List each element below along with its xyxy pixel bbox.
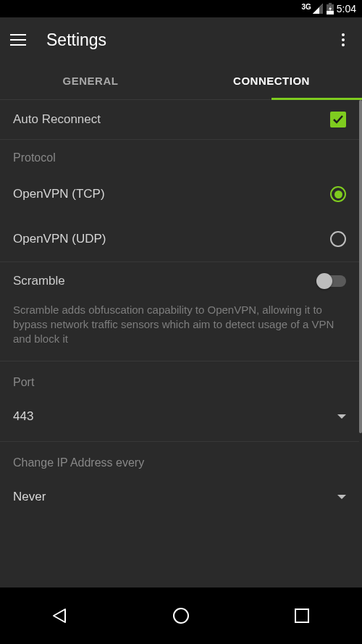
scrollbar[interactable] — [359, 100, 362, 433]
port-section: Port 443 — [0, 361, 359, 442]
battery-icon — [327, 3, 334, 14]
tab-connection-label: CONNECTION — [233, 75, 310, 87]
svg-point-3 — [174, 609, 188, 623]
tab-bar: GENERAL CONNECTION — [0, 62, 362, 100]
protocol-section-header: Protocol — [0, 140, 359, 172]
dropdown-caret-icon — [337, 495, 346, 499]
network-type-label: 3G — [301, 3, 311, 11]
port-dropdown[interactable]: 443 — [0, 396, 359, 438]
status-bar: 3G 5:04 — [0, 0, 362, 17]
signal-icon — [312, 3, 324, 14]
protocol-udp-label: OpenVPN (UDP) — [13, 232, 330, 246]
home-button[interactable] — [170, 605, 192, 627]
settings-content: Auto Reconnect Protocol OpenVPN (TCP) Op… — [0, 100, 359, 587]
ip-change-section: Change IP Address every Never — [0, 442, 359, 511]
tab-connection[interactable]: CONNECTION — [181, 62, 362, 99]
scramble-description: Scramble adds obfuscation capability to … — [0, 300, 359, 361]
port-section-header: Port — [0, 361, 359, 396]
dropdown-caret-icon — [337, 414, 346, 419]
svg-rect-4 — [295, 609, 308, 622]
switch-knob — [316, 273, 332, 289]
auto-reconnect-checkbox[interactable] — [330, 112, 346, 127]
auto-reconnect-label: Auto Reconnect — [13, 112, 330, 127]
protocol-option-tcp[interactable]: OpenVPN (TCP) — [0, 172, 359, 217]
navigation-bar — [0, 587, 362, 644]
protocol-udp-radio[interactable] — [330, 231, 346, 247]
home-icon — [172, 606, 190, 625]
tab-general-label: GENERAL — [63, 75, 119, 87]
hamburger-menu-button[interactable] — [10, 31, 28, 49]
protocol-tcp-label: OpenVPN (TCP) — [13, 187, 330, 201]
protocol-option-udp[interactable]: OpenVPN (UDP) — [0, 217, 359, 262]
scramble-switch[interactable] — [317, 275, 346, 287]
clock-label: 5:04 — [337, 3, 356, 14]
overflow-menu-button[interactable] — [334, 31, 352, 49]
protocol-radio-group: OpenVPN (TCP) OpenVPN (UDP) — [0, 172, 359, 262]
svg-rect-2 — [327, 11, 334, 14]
square-icon — [293, 607, 311, 624]
scramble-label: Scramble — [13, 274, 317, 288]
ip-change-section-header: Change IP Address every — [0, 442, 359, 477]
page-title: Settings — [46, 30, 316, 50]
app-bar: Settings — [0, 17, 362, 62]
ip-change-value: Never — [13, 490, 337, 504]
back-button[interactable] — [49, 605, 71, 627]
setting-scramble[interactable]: Scramble — [0, 262, 359, 300]
port-value: 443 — [13, 409, 337, 424]
protocol-tcp-radio[interactable] — [330, 186, 346, 202]
ip-change-dropdown[interactable]: Never — [0, 477, 359, 509]
check-icon — [332, 114, 344, 125]
svg-rect-1 — [329, 3, 332, 4]
recent-apps-button[interactable] — [291, 605, 313, 627]
back-icon — [51, 606, 70, 625]
tab-general[interactable]: GENERAL — [0, 62, 181, 99]
setting-auto-reconnect[interactable]: Auto Reconnect — [0, 100, 359, 140]
